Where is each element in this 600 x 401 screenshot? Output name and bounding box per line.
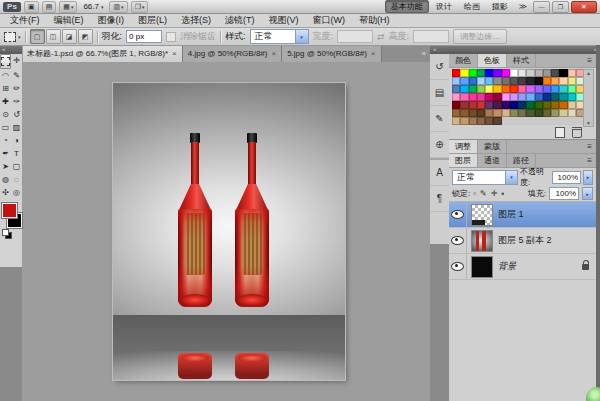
crop-tool[interactable]: ⊞: [0, 82, 11, 95]
close-tab-icon[interactable]: ×: [371, 49, 376, 58]
swatch[interactable]: [551, 77, 559, 85]
hand-tool[interactable]: ✣: [0, 186, 11, 199]
swatch[interactable]: [526, 101, 534, 109]
swatch[interactable]: [493, 77, 501, 85]
workspace-button-paint[interactable]: 绘画: [459, 1, 485, 12]
swatch[interactable]: [460, 117, 468, 125]
swatch[interactable]: [510, 77, 518, 85]
pen-tool[interactable]: ✒: [0, 147, 11, 160]
swatch[interactable]: [485, 77, 493, 85]
minimize-button[interactable]: —: [533, 1, 550, 13]
layers-menu-icon[interactable]: ≡: [583, 154, 596, 167]
swatch[interactable]: [543, 77, 551, 85]
swatch[interactable]: [485, 117, 493, 125]
swatch[interactable]: [469, 109, 477, 117]
fill-value[interactable]: 100%: [549, 187, 579, 200]
adjustments-tab-蒙版[interactable]: 蒙版: [478, 140, 507, 153]
swatch[interactable]: [526, 69, 534, 77]
foreground-color-swatch[interactable]: [2, 203, 17, 218]
eraser-tool[interactable]: ▭: [0, 121, 11, 134]
layers-tab-通道[interactable]: 通道: [478, 154, 507, 167]
lock-position-icon[interactable]: ✛: [491, 189, 498, 198]
swatch[interactable]: [460, 93, 468, 101]
launch-mini-bridge-icon[interactable]: ▤: [42, 1, 57, 13]
menu-item-edit[interactable]: 编辑(E): [47, 14, 91, 27]
swatch[interactable]: [477, 101, 485, 109]
menu-item-layer[interactable]: 图层(L): [131, 14, 174, 27]
subtract-selection-button[interactable]: ◪: [62, 29, 77, 44]
swatch[interactable]: [559, 69, 567, 77]
menu-item-file[interactable]: 文件(F): [3, 14, 47, 27]
swatch[interactable]: [568, 69, 576, 77]
layers-tab-图层[interactable]: 图层: [449, 154, 478, 167]
swatch[interactable]: [543, 69, 551, 77]
panel-dock-header[interactable]: « »: [430, 45, 600, 54]
swatch[interactable]: [543, 101, 551, 109]
view-extras-icon[interactable]: ▦▾: [59, 1, 77, 13]
layer-row-1[interactable]: 图层 1: [449, 202, 596, 228]
swatch[interactable]: [493, 117, 501, 125]
brush-presets-panel-icon[interactable]: ✎: [430, 106, 449, 132]
fill-spinner-icon[interactable]: ▸: [582, 187, 593, 200]
swatches-tab-色板[interactable]: 色板: [478, 54, 507, 67]
close-button[interactable]: ✕: [571, 1, 597, 13]
swatch[interactable]: [469, 93, 477, 101]
swatch[interactable]: [535, 101, 543, 109]
swatch[interactable]: [510, 109, 518, 117]
swatch[interactable]: [452, 69, 460, 77]
swatch[interactable]: [535, 93, 543, 101]
swatch[interactable]: [568, 109, 576, 117]
layer-visibility-toggle[interactable]: [449, 228, 467, 253]
swatch[interactable]: [493, 93, 501, 101]
swatch[interactable]: [551, 101, 559, 109]
swatches-tab-样式[interactable]: 样式: [507, 54, 536, 67]
history-panel-icon[interactable]: ↺: [430, 54, 449, 80]
swatch[interactable]: [551, 93, 559, 101]
default-colors-icon[interactable]: [2, 229, 11, 237]
character-panel-icon[interactable]: A: [430, 158, 449, 186]
add-selection-button[interactable]: ◫: [46, 29, 61, 44]
opacity-spinner-icon[interactable]: ▸: [583, 170, 593, 185]
swatch[interactable]: [502, 85, 510, 93]
document-tab-1[interactable]: 未标题-1.psd @ 66.7%(图层 1, RGB/8)*×: [22, 45, 183, 62]
swatch[interactable]: [526, 109, 534, 117]
clone-stamp-tool[interactable]: ⊙: [0, 108, 11, 121]
swatch[interactable]: [502, 77, 510, 85]
swatches-menu-icon[interactable]: ≡: [583, 54, 596, 67]
dodge-tool[interactable]: ◑: [11, 134, 22, 147]
swatch[interactable]: [510, 69, 518, 77]
workspace-button-basic[interactable]: 基本功能: [385, 0, 429, 13]
swatch[interactable]: [485, 85, 493, 93]
document-tab-2[interactable]: 4.jpg @ 50%(RGB/8#)×: [183, 45, 282, 62]
lock-all-icon[interactable]: ▪: [501, 189, 504, 198]
swatch[interactable]: [485, 101, 493, 109]
swatch[interactable]: [452, 117, 460, 125]
intersect-selection-button[interactable]: ◩: [78, 29, 93, 44]
menu-item-window[interactable]: 窗口(W): [306, 14, 353, 27]
swatch[interactable]: [526, 77, 534, 85]
quick-selection-tool[interactable]: ✎: [11, 69, 22, 82]
swatch[interactable]: [493, 101, 501, 109]
swatch[interactable]: [477, 109, 485, 117]
swatch[interactable]: [510, 93, 518, 101]
swatch[interactable]: [559, 101, 567, 109]
3d-rotate-tool[interactable]: ◍: [0, 173, 11, 186]
new-swatch-icon[interactable]: [555, 127, 565, 138]
swatch[interactable]: [551, 109, 559, 117]
menu-item-view[interactable]: 视图(V): [262, 14, 306, 27]
styles-panel-icon[interactable]: ▤: [430, 80, 449, 106]
swatch[interactable]: [535, 85, 543, 93]
lock-image-icon[interactable]: ✎: [480, 189, 487, 198]
blend-mode-dropdown[interactable]: 正常 ▾: [452, 170, 518, 185]
menu-item-help[interactable]: 帮助(H): [352, 14, 397, 27]
swatch[interactable]: [568, 85, 576, 93]
workspace-button-photo[interactable]: 摄影: [487, 1, 513, 12]
brush-tool[interactable]: ✑: [11, 95, 22, 108]
swatch[interactable]: [559, 77, 567, 85]
paragraph-panel-icon[interactable]: ¶: [430, 186, 449, 212]
swatch[interactable]: [543, 85, 551, 93]
swatch[interactable]: [568, 101, 576, 109]
swatch[interactable]: [477, 85, 485, 93]
canvas-area[interactable]: [22, 62, 430, 401]
tab-overflow-icon[interactable]: »: [418, 45, 430, 62]
